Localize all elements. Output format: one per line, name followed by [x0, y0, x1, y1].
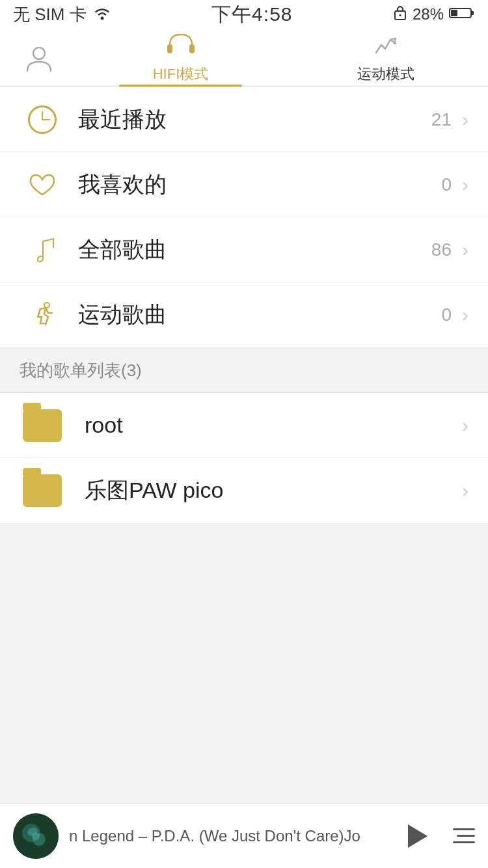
album-art[interactable] — [13, 813, 59, 859]
playlist-letupaw-label: 乐图PAW pico — [85, 476, 462, 506]
battery-icon — [449, 5, 475, 23]
play-triangle-icon — [408, 824, 427, 848]
all-songs-chevron: › — [462, 239, 468, 261]
playlist-section-header: 我的歌单列表(3) — [0, 347, 488, 393]
clock-icon — [20, 105, 65, 134]
now-playing-bar: n Legend – P.D.A. (We Just Don't Care)Jo — [0, 803, 488, 868]
folder-root-icon — [20, 409, 65, 442]
menu-line-3 — [453, 841, 475, 843]
svg-point-9 — [44, 303, 49, 308]
menu-line-1 — [453, 828, 475, 830]
all-songs-label: 全部歌曲 — [78, 235, 431, 265]
music-note-icon — [20, 235, 65, 265]
run-icon — [20, 300, 65, 330]
sports-songs-count: 0 — [441, 305, 452, 325]
playlist-root-chevron: › — [462, 414, 468, 437]
empty-area — [0, 523, 488, 770]
status-bar: 无 SIM 卡 下午4:58 28% — [0, 0, 488, 29]
folder-letupaw-icon — [20, 474, 65, 507]
nav-tabs: HIFI模式 运动模式 — [0, 29, 488, 87]
favorites-chevron: › — [462, 174, 468, 196]
battery-percent: 28% — [413, 5, 444, 23]
status-right: 28% — [393, 4, 475, 25]
svg-rect-7 — [167, 44, 172, 53]
playlists-list: root › 乐图PAW pico › — [0, 393, 488, 523]
heart-icon — [20, 172, 65, 198]
lock-icon — [393, 4, 407, 25]
favorites-count: 0 — [441, 174, 452, 195]
sports-songs-chevron: › — [462, 304, 468, 326]
recent-plays-label: 最近播放 — [78, 105, 431, 135]
no-sim-text: 无 SIM 卡 — [13, 3, 87, 26]
tab-hifi[interactable]: HIFI模式 — [78, 29, 283, 87]
track-info: n Legend – P.D.A. (We Just Don't Care)Jo — [69, 827, 389, 845]
recent-plays-chevron: › — [462, 109, 468, 131]
playlist-letupaw-item[interactable]: 乐图PAW pico › — [0, 458, 488, 523]
queue-button[interactable] — [442, 820, 475, 852]
svg-point-2 — [399, 14, 401, 16]
favorites-item[interactable]: 我喜欢的 0 › — [0, 152, 488, 217]
svg-point-6 — [33, 47, 45, 59]
playlist-section-title: 我的歌单列表(3) — [20, 359, 142, 382]
svg-rect-5 — [471, 11, 474, 15]
recent-plays-count: 21 — [431, 109, 452, 130]
menu-line-2 — [457, 835, 475, 837]
wifi-icon — [93, 5, 111, 25]
tab-sports-label: 运动模式 — [357, 64, 414, 84]
main-list: 最近播放 21 › 我喜欢的 0 › 全部歌曲 86 › — [0, 87, 488, 347]
recent-plays-item[interactable]: 最近播放 21 › — [0, 87, 488, 152]
sports-icon — [371, 32, 401, 62]
status-left: 无 SIM 卡 — [13, 3, 111, 26]
headphone-icon — [166, 32, 196, 62]
svg-rect-8 — [189, 44, 195, 53]
all-songs-item[interactable]: 全部歌曲 86 › — [0, 217, 488, 282]
svg-point-0 — [100, 16, 103, 20]
tab-hifi-label: HIFI模式 — [153, 64, 209, 84]
tab-sports[interactable]: 运动模式 — [283, 29, 488, 87]
playlist-root-label: root — [85, 413, 462, 438]
sports-songs-label: 运动歌曲 — [78, 300, 441, 330]
svg-rect-4 — [451, 10, 457, 16]
all-songs-count: 86 — [431, 239, 452, 260]
tab-user[interactable] — [0, 29, 78, 87]
play-button[interactable] — [400, 820, 432, 852]
playlist-letupaw-chevron: › — [462, 480, 468, 502]
playlist-root-item[interactable]: root › — [0, 393, 488, 458]
sports-songs-item[interactable]: 运动歌曲 0 › — [0, 282, 488, 347]
status-time: 下午4:58 — [211, 1, 292, 28]
favorites-label: 我喜欢的 — [78, 170, 441, 200]
